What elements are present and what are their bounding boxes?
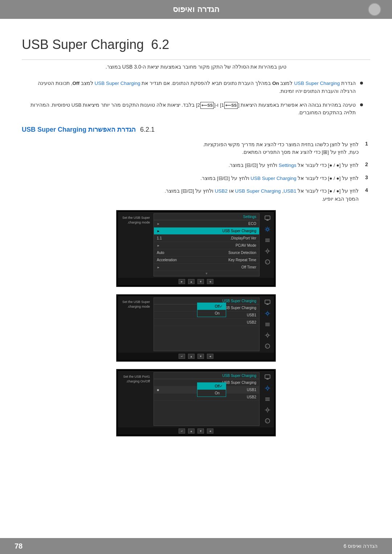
sidebar-icon-info-3: i xyxy=(264,417,271,424)
svg-rect-23 xyxy=(265,400,270,401)
nav-down-3[interactable]: ▼ xyxy=(197,428,204,434)
svg-rect-19 xyxy=(266,379,269,379)
svg-rect-0 xyxy=(265,216,270,219)
bullet-dot-2 xyxy=(360,103,363,106)
menu-item-source: Source Detection Auto xyxy=(154,249,259,257)
menu-title-1: Settings xyxy=(154,214,259,220)
nav-left-1[interactable]: ◄ xyxy=(207,279,213,284)
step-number-2: 2 xyxy=(363,161,370,167)
footer-text: הגדרה ואיפוס 6 xyxy=(343,543,377,549)
svg-rect-9 xyxy=(265,300,270,304)
nav-up-1[interactable]: ▲ xyxy=(188,279,195,284)
sub-section-header: 6.2.1 הגדרת האפשרות USB Super Charging xyxy=(22,126,370,134)
scroll-indicator: ▼ xyxy=(154,271,259,276)
nav-left-2[interactable]: ◄ xyxy=(207,354,213,359)
nav-enter-3[interactable]: ↵ xyxy=(179,428,185,434)
divider xyxy=(22,59,370,60)
menu-item-usb-super: USB Super Charging ► xyxy=(154,227,259,235)
screen-main-2: USB Super Charging USB Super Charging US… xyxy=(118,296,261,353)
menu-item-usb2-2: USB2 xyxy=(154,319,259,326)
sidebar-icon-menu-2 xyxy=(264,321,271,328)
svg-point-6 xyxy=(266,250,269,252)
screenshot-2: i USB Super Charging USB Super Charging xyxy=(116,294,276,362)
svg-point-24 xyxy=(266,409,269,411)
nav-enter-2[interactable]: ↵ xyxy=(179,354,185,359)
sidebar-icon-menu-3 xyxy=(264,395,271,403)
section-number: 6.2 xyxy=(151,37,169,52)
menu-item-pcav: PC/AV Mode ► xyxy=(154,242,259,249)
menu-item-off-timer: Off Timer ► xyxy=(154,264,259,271)
screen-right-3: Set the USB Port1 charging On/Off. xyxy=(119,372,152,426)
step-text-4: לחץ על [● / ●] כדי לעבור אל USB Super Ch… xyxy=(165,187,359,203)
screen-right-1: Set the USB Super charging mode. xyxy=(119,213,152,276)
submenu-2: ✓ Off ✓ On xyxy=(197,303,226,317)
menu-title-3: USB Super Charging xyxy=(154,373,259,379)
step-4: 4 לחץ על [● / ●] כדי לעבור אל USB Super … xyxy=(22,187,370,203)
submenu-item-off-3: ✓ Off xyxy=(197,383,226,390)
svg-rect-3 xyxy=(265,239,270,239)
menu-item-dp: DisplayPort Ver. 1.1 xyxy=(154,235,259,242)
sidebar-icon-gear-2 xyxy=(264,332,271,339)
svg-rect-12 xyxy=(265,323,270,324)
step-number-4: 4 xyxy=(363,187,370,193)
bullet-text-2: טעינה במהירות גבוהה היא אפשרית באמצעות ה… xyxy=(22,101,356,117)
sidebar-icon-settings-3 xyxy=(264,385,271,392)
submenu-3: ✓ Off ✓ On xyxy=(197,382,226,397)
menu-3: USB Super Charging USB Super Charging US… xyxy=(154,372,260,426)
sidebar-icon-settings xyxy=(264,226,271,233)
nav-left-3[interactable]: ◄ xyxy=(207,428,213,434)
screen-sidebar-3: i xyxy=(261,371,274,427)
svg-text:i: i xyxy=(266,260,267,264)
footer-page-number: 78 xyxy=(15,542,23,550)
bottom-bar-3: ◄ ▼ ▲ ↵ xyxy=(118,427,274,435)
screenshot-1: i Settings ECO ► USB Super Chargi xyxy=(116,210,276,287)
sidebar-icon-gear-3 xyxy=(264,406,271,414)
nav-right-1[interactable]: ► xyxy=(179,279,185,284)
bullet-section: הגדרת USB Super Charging למצב On במהלך ה… xyxy=(22,79,370,116)
sidebar-icon-menu xyxy=(264,237,271,244)
nav-up-2[interactable]: ▲ xyxy=(188,354,195,359)
svg-rect-1 xyxy=(266,220,269,221)
svg-text:i: i xyxy=(266,345,267,348)
page-footer: 78 הגדרה ואיפוס 6 xyxy=(0,538,392,554)
sub-section-number: 6.2.1 xyxy=(140,126,155,134)
top-bar: הגדרה ואיפוס xyxy=(0,0,392,19)
nav-up-3[interactable]: ▲ xyxy=(188,428,195,434)
svg-point-11 xyxy=(266,312,269,315)
svg-rect-21 xyxy=(265,398,270,398)
nav-down-2[interactable]: ▼ xyxy=(197,354,204,359)
sub-section-title: הגדרת האפשרות USB Super Charging xyxy=(22,126,136,134)
sidebar-icon-monitor-2 xyxy=(264,299,271,306)
svg-rect-4 xyxy=(265,240,270,241)
sidebar-icon-monitor xyxy=(264,215,271,222)
sidebar-icon-info: i xyxy=(264,258,271,266)
step-3: 3 לחץ על [● / ●] כדי לעבור אל USB Super … xyxy=(22,175,370,182)
screen-main-1: Settings ECO ► USB Super Charging ► Disp… xyxy=(118,212,261,278)
svg-rect-22 xyxy=(265,399,270,400)
top-bar-circle xyxy=(368,3,381,16)
sidebar-icon-settings-2 xyxy=(264,310,271,317)
menu-item-eco: ECO ► xyxy=(154,220,259,227)
screenshots-container: i Settings ECO ► USB Super Chargi xyxy=(22,210,370,436)
svg-point-15 xyxy=(266,334,269,336)
submenu-item-on-3: ✓ On xyxy=(197,390,226,397)
page-container: הגדרה ואיפוס 6.2 USB Super Charging טען … xyxy=(0,0,392,554)
screenshot-3: i USB Super Charging USB Super Charging xyxy=(116,369,276,436)
step-number-1: 1 xyxy=(363,141,370,147)
screen-inner-3: i USB Super Charging USB Super Charging xyxy=(118,371,274,427)
svg-rect-18 xyxy=(265,375,270,378)
svg-rect-14 xyxy=(265,325,270,326)
svg-rect-5 xyxy=(265,241,270,242)
bottom-bar-2: ◄ ▼ ▲ ↵ xyxy=(118,353,274,360)
steps-container: 1 לחץ על לחצן כלשהו בחזית המוצר כדי להצי… xyxy=(22,141,370,203)
menu-area-3: USB Super Charging USB Super Charging US… xyxy=(154,372,260,426)
nav-down-1[interactable]: ▼ xyxy=(197,279,204,284)
bullet-dot-1 xyxy=(360,82,363,85)
screen-inner-2: i USB Super Charging USB Super Charging xyxy=(118,296,274,353)
menu-area-2: USB Super Charging USB Super Charging US… xyxy=(154,297,260,351)
bottom-bar-1: ◄ ▼ ▲ ► xyxy=(118,278,274,285)
step-2: 2 לחץ על [● / ●] כדי לעבור אל Settings ו… xyxy=(22,161,370,169)
svg-point-7 xyxy=(265,260,270,264)
step-1: 1 לחץ על לחצן כלשהו בחזית המוצר כדי להצי… xyxy=(22,141,370,156)
svg-point-2 xyxy=(266,228,269,230)
